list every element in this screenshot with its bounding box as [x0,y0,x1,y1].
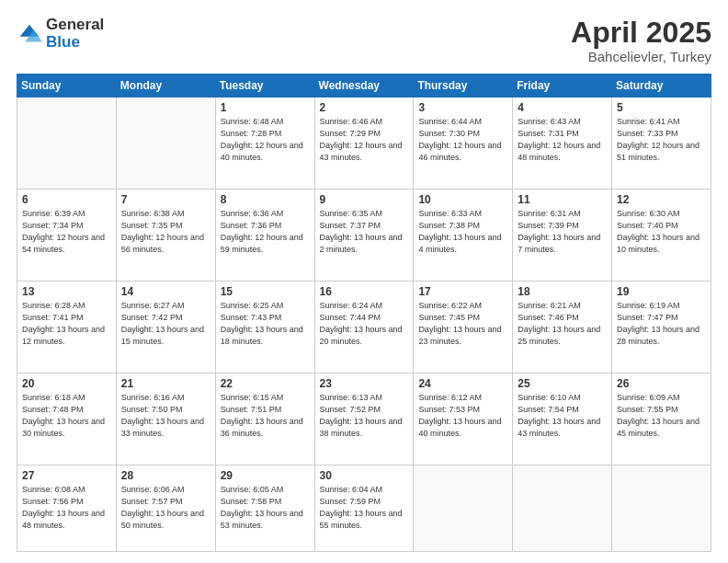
calendar-table: Sunday Monday Tuesday Wednesday Thursday… [17,74,711,552]
day-info: Sunrise: 6:36 AM Sunset: 7:36 PM Dayligh… [221,208,310,256]
table-row: 11Sunrise: 6:31 AM Sunset: 7:39 PM Dayli… [513,190,612,282]
table-row: 23Sunrise: 6:13 AM Sunset: 7:52 PM Dayli… [314,373,414,465]
day-info: Sunrise: 6:38 AM Sunset: 7:35 PM Dayligh… [121,208,210,256]
table-row: 6Sunrise: 6:39 AM Sunset: 7:34 PM Daylig… [17,190,117,282]
day-number: 5 [617,101,706,114]
table-row: 5Sunrise: 6:41 AM Sunset: 7:33 PM Daylig… [612,98,711,190]
day-info: Sunrise: 6:08 AM Sunset: 7:56 PM Dayligh… [22,484,111,532]
table-row: 25Sunrise: 6:10 AM Sunset: 7:54 PM Dayli… [513,373,612,465]
calendar-week-row: 6Sunrise: 6:39 AM Sunset: 7:34 PM Daylig… [17,190,711,282]
day-info: Sunrise: 6:31 AM Sunset: 7:39 PM Dayligh… [518,208,607,256]
table-row [414,465,513,551]
day-number: 19 [617,285,706,298]
day-info: Sunrise: 6:16 AM Sunset: 7:50 PM Dayligh… [121,392,210,440]
day-info: Sunrise: 6:22 AM Sunset: 7:45 PM Dayligh… [418,300,507,348]
day-info: Sunrise: 6:41 AM Sunset: 7:33 PM Dayligh… [617,116,706,164]
header-thursday: Thursday [414,75,513,98]
table-row: 10Sunrise: 6:33 AM Sunset: 7:38 PM Dayli… [414,190,513,282]
calendar-week-row: 27Sunrise: 6:08 AM Sunset: 7:56 PM Dayli… [17,465,711,551]
day-number: 10 [418,193,507,206]
table-row: 1Sunrise: 6:48 AM Sunset: 7:28 PM Daylig… [215,98,314,190]
table-row: 17Sunrise: 6:22 AM Sunset: 7:45 PM Dayli… [414,282,513,373]
table-row: 4Sunrise: 6:43 AM Sunset: 7:31 PM Daylig… [513,98,612,190]
day-info: Sunrise: 6:43 AM Sunset: 7:31 PM Dayligh… [518,116,607,164]
calendar-week-row: 1Sunrise: 6:48 AM Sunset: 7:28 PM Daylig… [17,98,711,190]
day-number: 23 [320,377,409,390]
table-row [513,465,612,551]
table-row [17,98,117,190]
logo-icon [17,21,42,47]
page: General Blue April 2025 Bahcelievler, Tu… [0,0,728,563]
logo-general: General [46,17,104,34]
day-number: 29 [221,469,310,482]
day-number: 8 [221,193,310,206]
table-row: 26Sunrise: 6:09 AM Sunset: 7:55 PM Dayli… [612,373,711,465]
day-number: 4 [518,101,607,114]
table-row: 20Sunrise: 6:18 AM Sunset: 7:48 PM Dayli… [17,373,117,465]
day-number: 2 [320,101,409,114]
day-info: Sunrise: 6:28 AM Sunset: 7:41 PM Dayligh… [22,300,111,348]
header-sunday: Sunday [17,75,117,98]
table-row: 22Sunrise: 6:15 AM Sunset: 7:51 PM Dayli… [215,373,314,465]
table-row: 18Sunrise: 6:21 AM Sunset: 7:46 PM Dayli… [513,282,612,373]
day-number: 12 [617,193,706,206]
day-info: Sunrise: 6:24 AM Sunset: 7:44 PM Dayligh… [320,300,409,348]
weekday-header-row: Sunday Monday Tuesday Wednesday Thursday… [17,75,711,98]
day-number: 27 [22,469,111,482]
table-row: 15Sunrise: 6:25 AM Sunset: 7:43 PM Dayli… [215,282,314,373]
day-info: Sunrise: 6:33 AM Sunset: 7:38 PM Dayligh… [418,208,507,256]
logo-text: General Blue [46,17,104,51]
day-info: Sunrise: 6:25 AM Sunset: 7:43 PM Dayligh… [221,300,310,348]
day-number: 20 [22,377,111,390]
day-number: 6 [22,193,111,206]
day-number: 14 [121,285,210,298]
day-info: Sunrise: 6:12 AM Sunset: 7:53 PM Dayligh… [418,392,507,440]
table-row: 13Sunrise: 6:28 AM Sunset: 7:41 PM Dayli… [17,282,117,373]
title-block: April 2025 Bahcelievler, Turkey [571,17,711,64]
calendar-week-row: 13Sunrise: 6:28 AM Sunset: 7:41 PM Dayli… [17,282,711,373]
day-info: Sunrise: 6:06 AM Sunset: 7:57 PM Dayligh… [121,484,210,532]
header-wednesday: Wednesday [314,75,414,98]
title-month: April 2025 [571,17,711,49]
header-tuesday: Tuesday [215,75,314,98]
day-info: Sunrise: 6:15 AM Sunset: 7:51 PM Dayligh… [221,392,310,440]
table-row: 9Sunrise: 6:35 AM Sunset: 7:37 PM Daylig… [314,190,414,282]
day-number: 18 [518,285,607,298]
day-number: 24 [418,377,507,390]
day-info: Sunrise: 6:44 AM Sunset: 7:30 PM Dayligh… [418,116,507,164]
day-info: Sunrise: 6:27 AM Sunset: 7:42 PM Dayligh… [121,300,210,348]
table-row: 8Sunrise: 6:36 AM Sunset: 7:36 PM Daylig… [215,190,314,282]
day-number: 25 [518,377,607,390]
day-number: 16 [320,285,409,298]
table-row: 19Sunrise: 6:19 AM Sunset: 7:47 PM Dayli… [612,282,711,373]
day-info: Sunrise: 6:18 AM Sunset: 7:48 PM Dayligh… [22,392,111,440]
day-number: 1 [221,101,310,114]
title-location: Bahcelievler, Turkey [571,49,711,64]
day-number: 13 [22,285,111,298]
day-number: 11 [518,193,607,206]
day-number: 21 [121,377,210,390]
table-row: 16Sunrise: 6:24 AM Sunset: 7:44 PM Dayli… [314,282,414,373]
day-info: Sunrise: 6:05 AM Sunset: 7:58 PM Dayligh… [221,484,310,532]
day-info: Sunrise: 6:21 AM Sunset: 7:46 PM Dayligh… [518,300,607,348]
table-row: 7Sunrise: 6:38 AM Sunset: 7:35 PM Daylig… [116,190,215,282]
table-row: 14Sunrise: 6:27 AM Sunset: 7:42 PM Dayli… [116,282,215,373]
day-number: 28 [121,469,210,482]
day-number: 15 [221,285,310,298]
logo: General Blue [17,17,104,51]
day-info: Sunrise: 6:30 AM Sunset: 7:40 PM Dayligh… [617,208,706,256]
calendar-week-row: 20Sunrise: 6:18 AM Sunset: 7:48 PM Dayli… [17,373,711,465]
day-info: Sunrise: 6:46 AM Sunset: 7:29 PM Dayligh… [320,116,409,164]
day-info: Sunrise: 6:35 AM Sunset: 7:37 PM Dayligh… [320,208,409,256]
header-saturday: Saturday [612,75,711,98]
day-number: 9 [320,193,409,206]
day-number: 3 [418,101,507,114]
table-row: 12Sunrise: 6:30 AM Sunset: 7:40 PM Dayli… [612,190,711,282]
header: General Blue April 2025 Bahcelievler, Tu… [17,17,711,64]
day-info: Sunrise: 6:13 AM Sunset: 7:52 PM Dayligh… [320,392,409,440]
table-row: 28Sunrise: 6:06 AM Sunset: 7:57 PM Dayli… [116,465,215,551]
day-number: 7 [121,193,210,206]
table-row: 3Sunrise: 6:44 AM Sunset: 7:30 PM Daylig… [414,98,513,190]
table-row: 27Sunrise: 6:08 AM Sunset: 7:56 PM Dayli… [17,465,117,551]
day-number: 30 [320,469,409,482]
